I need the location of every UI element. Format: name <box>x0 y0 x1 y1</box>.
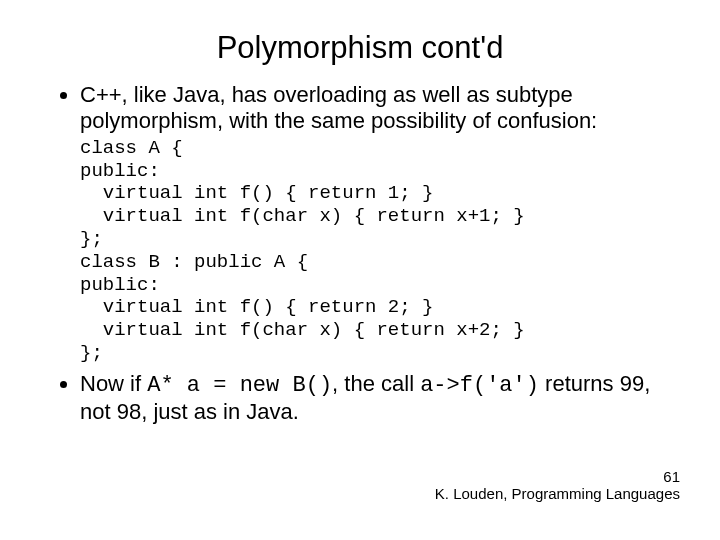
code-line-4: virtual int f(char x) { return x+1; } <box>80 205 525 227</box>
bullet-2-code2: a->f('a') <box>420 373 539 398</box>
footer-attribution: K. Louden, Programming Languages <box>435 485 680 502</box>
code-line-8: virtual int f() { return 2; } <box>80 296 433 318</box>
bullet-2-code1: A* a = new B() <box>147 373 332 398</box>
bullet-1-text: C++, like Java, has overloading as well … <box>80 82 597 133</box>
code-line-6: class B : public A { <box>80 251 308 273</box>
slide-footer: 61 K. Louden, Programming Languages <box>435 468 680 503</box>
bullet-2-pre1: Now if <box>80 371 147 396</box>
code-line-7: public: <box>80 274 160 296</box>
bullet-list: C++, like Java, has overloading as well … <box>40 82 680 426</box>
code-line-5: }; <box>80 228 103 250</box>
bullet-1: C++, like Java, has overloading as well … <box>80 82 680 365</box>
code-line-1: class A { <box>80 137 183 159</box>
slide-title: Polymorphism cont'd <box>40 30 680 66</box>
code-line-10: }; <box>80 342 103 364</box>
page-number: 61 <box>663 468 680 485</box>
code-line-9: virtual int f(char x) { return x+2; } <box>80 319 525 341</box>
bullet-2-mid: , the call <box>332 371 420 396</box>
bullet-2: Now if A* a = new B(), the call a->f('a'… <box>80 371 680 426</box>
slide: Polymorphism cont'd C++, like Java, has … <box>0 0 720 540</box>
code-line-2: public: <box>80 160 160 182</box>
code-line-3: virtual int f() { return 1; } <box>80 182 433 204</box>
code-block: class A { public: virtual int f() { retu… <box>80 137 680 365</box>
